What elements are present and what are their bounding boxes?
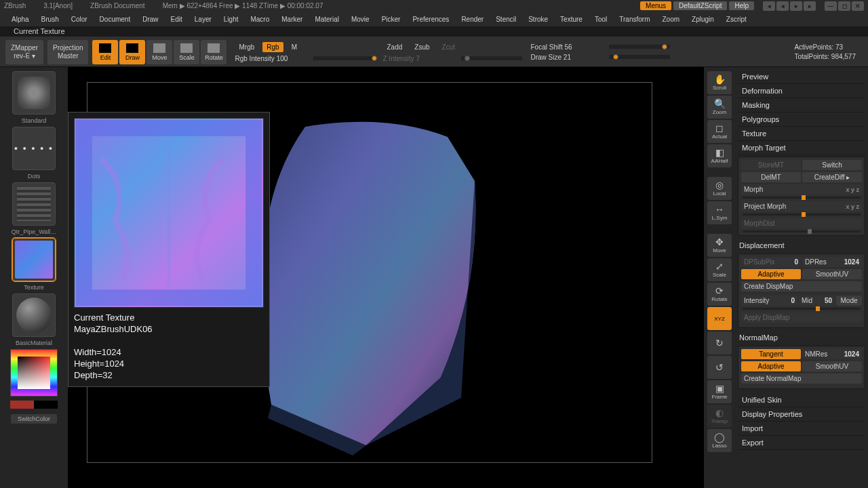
- projmorph-track[interactable]: [743, 214, 861, 216]
- menu-document[interactable]: Document: [94, 16, 137, 23]
- color-picker[interactable]: [10, 349, 58, 396]
- morph-track[interactable]: [743, 197, 861, 199]
- polygroups-section[interactable]: Polygroups: [738, 113, 865, 127]
- focal-shift-label[interactable]: Focal Shift 56: [530, 43, 605, 51]
- texture-section[interactable]: Texture: [738, 127, 865, 141]
- masking-section[interactable]: Masking: [738, 98, 865, 113]
- morphdist-slider[interactable]: MorphDist: [741, 218, 862, 228]
- lsym-button[interactable]: ↔L.Sym: [707, 201, 732, 224]
- swatch-row[interactable]: [10, 401, 58, 409]
- switch-button[interactable]: Switch: [802, 160, 862, 170]
- disp-intensity[interactable]: Intensity0: [741, 296, 797, 306]
- arrow-left2-icon[interactable]: ◂: [776, 1, 789, 11]
- menu-preferences[interactable]: Preferences: [406, 16, 455, 23]
- menu-zplugin[interactable]: Zplugin: [686, 16, 720, 23]
- zsub-button[interactable]: Zsub: [410, 42, 433, 52]
- preview-section[interactable]: Preview: [738, 70, 865, 84]
- rotate-nav-button[interactable]: ⟳Rotate: [707, 283, 732, 306]
- menu-draw[interactable]: Draw: [136, 16, 164, 23]
- transp-button[interactable]: ◐Transp: [707, 405, 732, 428]
- normalmap-section[interactable]: NormalMap: [738, 332, 865, 344]
- morph-slider[interactable]: Morphx y z: [741, 184, 862, 195]
- frame-button[interactable]: ▣Frame: [707, 380, 732, 403]
- help-button[interactable]: Help: [729, 1, 754, 10]
- smoothuv-disp-button[interactable]: SmoothUV: [802, 269, 862, 279]
- menu-color[interactable]: Color: [65, 16, 94, 23]
- deformation-section[interactable]: Deformation: [738, 84, 865, 98]
- menu-zscript[interactable]: Zscript: [720, 16, 753, 23]
- rgb-intensity-slider[interactable]: [313, 56, 374, 60]
- menu-tool[interactable]: Tool: [589, 16, 613, 23]
- menu-light[interactable]: Light: [218, 16, 245, 23]
- move-nav-button[interactable]: ✥Move: [707, 234, 732, 257]
- menu-brush[interactable]: Brush: [35, 16, 65, 23]
- morphdist-track[interactable]: [743, 230, 861, 232]
- delmt-button[interactable]: DelMT: [741, 172, 801, 182]
- draw-size-slider[interactable]: [609, 55, 670, 59]
- menu-movie[interactable]: Movie: [345, 16, 376, 23]
- xyz-button[interactable]: XYZ: [707, 307, 732, 330]
- z-intensity-slider[interactable]: [461, 56, 522, 60]
- actual-button[interactable]: ◻Actual: [707, 120, 732, 143]
- alpha-slot[interactable]: [12, 182, 56, 226]
- menu-stencil[interactable]: Stencil: [490, 16, 522, 23]
- maximize-button[interactable]: ◻: [838, 1, 850, 11]
- scale-mode-button[interactable]: Scale: [174, 40, 199, 64]
- export-section[interactable]: Export: [738, 436, 865, 450]
- local-button[interactable]: ◎Local: [707, 177, 732, 200]
- menu-transform[interactable]: Transform: [613, 16, 656, 23]
- rgb-button[interactable]: Rgb: [262, 42, 283, 52]
- focal-shift-slider[interactable]: [609, 45, 670, 49]
- unified-skin-section[interactable]: Unified Skin: [738, 393, 865, 407]
- displacement-section[interactable]: Displacement: [738, 240, 865, 252]
- projection-master-button[interactable]: Projection Master: [47, 40, 88, 64]
- scroll-button[interactable]: ✋Scroll: [707, 71, 732, 94]
- zmapper-button[interactable]: ZMapper rev-E ▾: [5, 40, 43, 64]
- menu-picker[interactable]: Picker: [376, 16, 407, 23]
- menu-stroke[interactable]: Stroke: [522, 16, 554, 23]
- dpsubpix[interactable]: DPSubPix0: [741, 257, 801, 267]
- adaptive-disp-button[interactable]: Adaptive: [741, 269, 801, 279]
- aahalf-button[interactable]: ◧AAHalf: [707, 144, 732, 167]
- move-mode-button[interactable]: Move: [146, 40, 172, 64]
- disp-mode[interactable]: Mode: [836, 296, 862, 306]
- nmres[interactable]: NMRes1024: [802, 349, 862, 359]
- rgb-intensity-label[interactable]: Rgb Intensity 100: [235, 55, 309, 62]
- zcut-button[interactable]: Zcut: [438, 42, 459, 52]
- apply-dispmap-button[interactable]: Apply DispMap: [741, 312, 862, 323]
- canvas[interactable]: Current Texture MayaZBrushUDK06 Width=10…: [68, 67, 704, 488]
- minimize-button[interactable]: —: [825, 1, 837, 11]
- arrow-right-icon[interactable]: ▸: [790, 1, 802, 11]
- z-axis-button[interactable]: ↺: [707, 356, 732, 379]
- rotate-mode-button[interactable]: Rotate: [201, 40, 226, 64]
- menu-marker[interactable]: Marker: [275, 16, 309, 23]
- z-intensity-label[interactable]: Z Intensity 7: [382, 55, 457, 62]
- default-zscript-button[interactable]: DefaultZScript: [673, 1, 727, 10]
- brush-slot[interactable]: [12, 71, 56, 115]
- texture-slot[interactable]: [12, 238, 56, 281]
- m-button[interactable]: M: [288, 42, 301, 52]
- arrow-left-icon[interactable]: ◂: [763, 1, 775, 11]
- morph-target-section[interactable]: Morph Target: [738, 141, 865, 155]
- mrgb-button[interactable]: Mrgb: [235, 42, 258, 52]
- adaptive-nm-button[interactable]: Adaptive: [741, 361, 801, 371]
- zoom-button[interactable]: 🔍Zoom: [707, 96, 732, 119]
- stroke-slot[interactable]: • • • • •: [12, 127, 56, 170]
- import-section[interactable]: Import: [738, 422, 865, 436]
- draw-size-label[interactable]: Draw Size 21: [530, 54, 605, 61]
- mesh-viewport[interactable]: [251, 120, 513, 458]
- tangent-button[interactable]: Tangent: [741, 349, 801, 359]
- scale-nav-button[interactable]: ⤢Scale: [707, 258, 732, 281]
- material-slot[interactable]: [12, 293, 56, 337]
- disp-intensity-track[interactable]: [743, 308, 861, 310]
- dpres[interactable]: DPRes1024: [802, 257, 862, 267]
- creatediff-button[interactable]: CreateDiff ▸: [802, 172, 862, 182]
- menu-alpha[interactable]: Alpha: [5, 16, 35, 23]
- menu-texture[interactable]: Texture: [554, 16, 589, 23]
- display-props-section[interactable]: Display Properties: [738, 407, 865, 422]
- menu-edit[interactable]: Edit: [165, 16, 189, 23]
- lasso-button[interactable]: ◯Lasso: [707, 429, 732, 452]
- create-normalmap-button[interactable]: Create NormalMap: [741, 373, 862, 384]
- menu-render[interactable]: Render: [455, 16, 490, 23]
- storemt-button[interactable]: StoreMT: [741, 160, 801, 170]
